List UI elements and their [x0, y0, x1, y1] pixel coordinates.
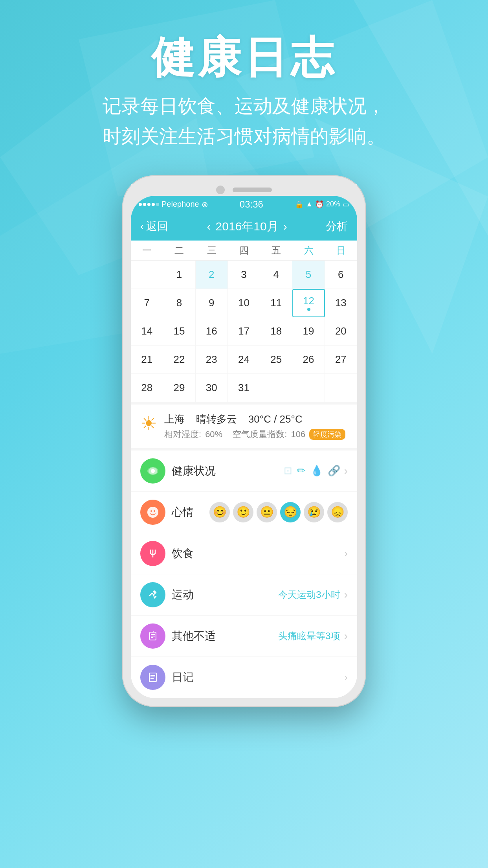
next-month-button[interactable]: ›: [283, 220, 287, 233]
list-item-exercise[interactable]: 运动 今天运动3小时 ›: [131, 574, 357, 616]
cal-cell-27[interactable]: 27: [325, 346, 357, 374]
nav-analyze-button[interactable]: 分析: [326, 219, 348, 234]
health-label: 健康状况: [172, 463, 277, 478]
cal-cell-14[interactable]: 14: [131, 317, 163, 346]
list-item-health[interactable]: 健康状况 ⊡ ✏ 💧 🔗 ›: [131, 451, 357, 492]
weekday-fri: 五: [260, 241, 292, 260]
cal-cell-8[interactable]: 8: [163, 289, 195, 317]
health-icon-pencil: ✏: [297, 465, 306, 477]
air-quality-label: 空气质量指数:: [233, 428, 287, 440]
status-left: Pelephone ⊗: [139, 200, 208, 209]
health-chevron: ›: [344, 465, 348, 477]
mood-sad[interactable]: 😔: [280, 502, 301, 522]
cal-cell-17[interactable]: 17: [228, 317, 260, 346]
cal-cell-empty-1[interactable]: [131, 261, 163, 289]
cal-cell-18[interactable]: 18: [260, 317, 292, 346]
cal-cell-5[interactable]: 5: [292, 261, 325, 289]
cal-cell-6[interactable]: 6: [325, 261, 357, 289]
cal-cell-28[interactable]: 28: [131, 374, 163, 402]
other-icon: [140, 623, 165, 649]
air-quality-value: 106: [291, 429, 305, 440]
cal-cell-22[interactable]: 22: [163, 346, 195, 374]
weather-icon: ☀: [140, 412, 157, 434]
cal-cell-21[interactable]: 21: [131, 346, 163, 374]
cal-cell-16[interactable]: 16: [196, 317, 228, 346]
cal-cell-2[interactable]: 2: [196, 261, 228, 289]
cal-cell-7[interactable]: 7: [131, 289, 163, 317]
weekday-thu: 四: [228, 241, 260, 260]
cal-cell-empty-2: [260, 374, 292, 402]
cal-cell-26[interactable]: 26: [292, 346, 325, 374]
mood-terrible[interactable]: 😞: [327, 502, 348, 522]
cal-cell-23[interactable]: 23: [196, 346, 228, 374]
mood-emojis: 😊 🙂 😐 😔 😢 😞: [209, 502, 348, 522]
exercise-label: 运动: [172, 587, 272, 602]
weekday-wed: 三: [196, 241, 228, 260]
subtitle-line1: 记录每日饮食、运动及健康状况，: [103, 96, 385, 116]
weekday-mon: 一: [131, 241, 163, 260]
svg-point-13: [153, 590, 156, 593]
cal-cell-10[interactable]: 10: [228, 289, 260, 317]
weather-city: 上海: [164, 413, 185, 425]
list-section: 健康状况 ⊡ ✏ 💧 🔗 ›: [131, 448, 357, 698]
diary-label: 日记: [172, 670, 338, 685]
diet-icon: [140, 541, 165, 566]
cal-cell-25[interactable]: 25: [260, 346, 292, 374]
exercise-value: 今天运动3小时: [278, 588, 340, 601]
weekday-tue: 二: [163, 241, 195, 260]
cal-cell-9[interactable]: 9: [196, 289, 228, 317]
svg-point-9: [154, 510, 155, 512]
signal-dot-2: [143, 203, 146, 206]
cal-cell-20[interactable]: 20: [325, 317, 357, 346]
mood-very-sad[interactable]: 😢: [304, 502, 324, 522]
diary-icon: [140, 665, 165, 690]
cal-cell-11[interactable]: 11: [260, 289, 292, 317]
mood-happy[interactable]: 🙂: [233, 502, 253, 522]
battery-icon: ▭: [343, 200, 349, 209]
signal-dot-1: [139, 203, 142, 206]
month-year-label: 2016年10月: [216, 219, 279, 235]
cal-cell-19[interactable]: 19: [292, 317, 325, 346]
health-icons: ⊡ ✏ 💧 🔗: [284, 465, 340, 477]
carrier-name: Pelephone: [161, 200, 199, 209]
cal-cell-31[interactable]: 31: [228, 374, 260, 402]
prev-month-button[interactable]: ‹: [207, 220, 211, 233]
cal-cell-30[interactable]: 30: [196, 374, 228, 402]
health-right: ⊡ ✏ 💧 🔗 ›: [284, 465, 348, 477]
list-item-diet[interactable]: 饮食 ›: [131, 533, 357, 574]
svg-point-7: [147, 507, 158, 518]
mood-neutral[interactable]: 😐: [257, 502, 277, 522]
nav-back-button[interactable]: ‹ 返回: [140, 219, 168, 234]
list-item-diary[interactable]: 日记 ›: [131, 657, 357, 698]
list-item-mood[interactable]: 心情 😊 🙂 😐 😔 😢 😞: [131, 492, 357, 533]
battery-percent: 20%: [326, 200, 340, 208]
location-icon: ▲: [306, 200, 313, 208]
phone-inner: Pelephone ⊗ 03:36 🔒 ▲ ⏰ 20% ▭ ‹ 返回: [131, 196, 357, 698]
cal-cell-13[interactable]: 13: [325, 289, 357, 317]
list-item-other[interactable]: 其他不适 头痛眩晕等3项 ›: [131, 616, 357, 657]
cal-cell-29[interactable]: 29: [163, 374, 195, 402]
cal-cell-1[interactable]: 1: [163, 261, 195, 289]
cal-cell-4[interactable]: 4: [260, 261, 292, 289]
phone-speaker: [233, 188, 272, 192]
health-icon-scale: ⊡: [284, 465, 292, 477]
health-icon-link: 🔗: [328, 465, 340, 477]
humidity-label: 相对湿度:: [164, 428, 201, 440]
weather-main: 上海 晴转多云 30°C / 25°C: [164, 412, 348, 426]
cal-cell-24[interactable]: 24: [228, 346, 260, 374]
signal-dot-5: [156, 203, 159, 206]
weekday-sun: 日: [325, 241, 357, 260]
signal-dots: [139, 203, 159, 206]
subtitle-line2: 时刻关注生活习惯对病情的影响。: [103, 126, 385, 147]
cal-cell-3[interactable]: 3: [228, 261, 260, 289]
status-time: 03:36: [240, 199, 263, 210]
cal-cell-15[interactable]: 15: [163, 317, 195, 346]
phone-camera: [216, 186, 225, 194]
cal-cell-12[interactable]: 12: [292, 289, 325, 317]
diet-right: ›: [344, 547, 348, 560]
svg-point-8: [150, 510, 152, 512]
status-right: 🔒 ▲ ⏰ 20% ▭: [295, 200, 349, 209]
mood-very-happy[interactable]: 😊: [209, 502, 230, 522]
health-icon: [140, 458, 165, 484]
status-bar: Pelephone ⊗ 03:36 🔒 ▲ ⏰ 20% ▭: [131, 196, 357, 213]
